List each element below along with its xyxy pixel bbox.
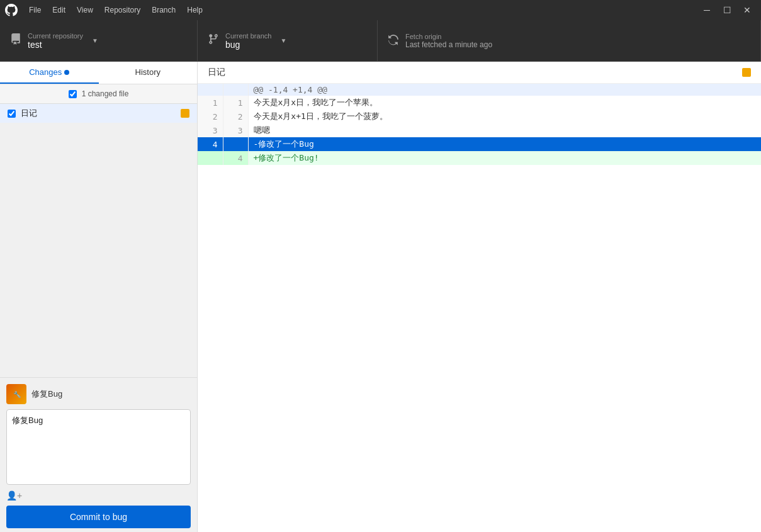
right-panel: 日记 @@ -1,4 +1,4 @@ 1 1 今天是x月x日，我吃了一个苹果。: [198, 62, 761, 532]
changed-files-header: 1 changed file: [0, 84, 197, 104]
diff-line-content: 今天是x月x+1日，我吃了一个菠萝。: [248, 110, 761, 123]
diff-old-num: 4: [198, 137, 223, 151]
window-controls: ─ ☐ ✕: [698, 1, 756, 19]
branch-text: Current branch bug: [225, 32, 271, 50]
diff-old-num: 1: [198, 96, 223, 110]
diff-line-content: 今天是x月x日，我吃了一个苹果。: [248, 96, 761, 110]
list-item[interactable]: 日记: [0, 104, 197, 123]
minimize-button[interactable]: ─: [698, 1, 716, 19]
fetch-origin-section[interactable]: Fetch origin Last fetched a minute ago: [378, 20, 761, 61]
diff-new-num: 1: [223, 96, 248, 110]
repo-value: test: [28, 40, 83, 50]
select-all-checkbox[interactable]: [69, 90, 77, 98]
commit-footer: 👤+: [6, 490, 191, 501]
table-row[interactable]: 4 -修改了一个Bug: [198, 137, 761, 151]
diff-modified-badge: [742, 68, 751, 77]
repo-label: Current repository: [28, 32, 83, 40]
file-modified-badge: [181, 109, 189, 118]
menu-edit[interactable]: Edit: [47, 3, 70, 17]
fetch-label: Fetch origin: [405, 33, 492, 40]
coauthor-icon: 👤+: [6, 490, 22, 501]
menu-help[interactable]: Help: [182, 3, 208, 17]
branch-label: Current branch: [225, 32, 271, 40]
branch-value: bug: [225, 40, 271, 50]
file-name-label: 日记: [21, 108, 181, 119]
tab-bar: Changes History: [0, 62, 197, 84]
commit-author-row: 🔧 修复Bug: [6, 384, 191, 404]
fetch-sub: Last fetched a minute ago: [405, 40, 492, 49]
repo-text: Current repository test: [28, 32, 83, 50]
diff-table: @@ -1,4 +1,4 @@ 1 1 今天是x月x日，我吃了一个苹果。 2 2…: [198, 84, 761, 165]
diff-hunk-header: @@ -1,4 +1,4 @@: [248, 84, 761, 96]
titlebar: File Edit View Repository Branch Help ─ …: [0, 0, 761, 20]
author-name-label: 修复Bug: [31, 388, 62, 400]
toolbar: Current repository test ▼ Current branch…: [0, 20, 761, 62]
diff-old-num: 2: [198, 110, 223, 123]
menu-repository[interactable]: Repository: [99, 3, 145, 17]
file-list: 日记: [0, 104, 197, 377]
changes-dot: [64, 70, 69, 75]
tab-changes[interactable]: Changes: [0, 62, 99, 84]
repo-chevron-icon: ▼: [92, 37, 98, 44]
diff-new-num: [223, 137, 248, 151]
file-checkbox[interactable]: [8, 110, 16, 118]
diff-new-num: 4: [223, 151, 248, 165]
avatar: 🔧: [6, 384, 26, 404]
branch-chevron-icon: ▼: [280, 37, 286, 44]
maximize-button[interactable]: ☐: [718, 1, 736, 19]
menu-area: File Edit View Repository Branch Help: [5, 3, 208, 17]
diff-new-num: 3: [223, 123, 248, 137]
menu-branch[interactable]: Branch: [147, 3, 181, 17]
diff-line-content: 嗯嗯: [248, 123, 761, 137]
menu-view[interactable]: View: [72, 3, 98, 17]
left-panel: Changes History 1 changed file 日记 🔧 修: [0, 62, 198, 532]
commit-button[interactable]: Commit to bug: [6, 506, 191, 528]
tab-history[interactable]: History: [99, 62, 198, 84]
fetch-text: Fetch origin Last fetched a minute ago: [405, 33, 492, 49]
menu-file[interactable]: File: [24, 3, 46, 17]
changed-count: 1 changed file: [82, 89, 129, 98]
diff-new-num: 2: [223, 110, 248, 123]
close-button[interactable]: ✕: [738, 1, 756, 19]
fetch-icon: [388, 34, 399, 48]
diff-old-num: 3: [198, 123, 223, 137]
diff-line-content: -修改了一个Bug: [248, 137, 761, 151]
commit-area: 🔧 修复Bug 修复Bug 👤+ Commit to bug: [0, 377, 197, 532]
diff-file-title: 日记: [208, 67, 225, 78]
current-branch-section[interactable]: Current branch bug ▼: [198, 20, 378, 61]
table-row: 4 +修改了一个Bug!: [198, 151, 761, 165]
content-area: Changes History 1 changed file 日记 🔧 修: [0, 62, 761, 532]
github-logo-icon: [5, 4, 18, 16]
table-row: 3 3 嗯嗯: [198, 123, 761, 137]
table-row: 1 1 今天是x月x日，我吃了一个苹果。: [198, 96, 761, 110]
diff-header: 日记: [198, 62, 761, 84]
table-row: 2 2 今天是x月x+1日，我吃了一个菠萝。: [198, 110, 761, 123]
diff-line-content: +修改了一个Bug!: [248, 151, 761, 165]
commit-message-input[interactable]: 修复Bug: [6, 409, 191, 485]
diff-old-num: [198, 84, 223, 96]
diff-old-num: [198, 151, 223, 165]
branch-icon: [208, 33, 219, 48]
diff-new-num: [223, 84, 248, 96]
diff-hunk-row: @@ -1,4 +1,4 @@: [198, 84, 761, 96]
current-repo-section[interactable]: Current repository test ▼: [0, 20, 198, 61]
repo-icon: [10, 33, 21, 48]
